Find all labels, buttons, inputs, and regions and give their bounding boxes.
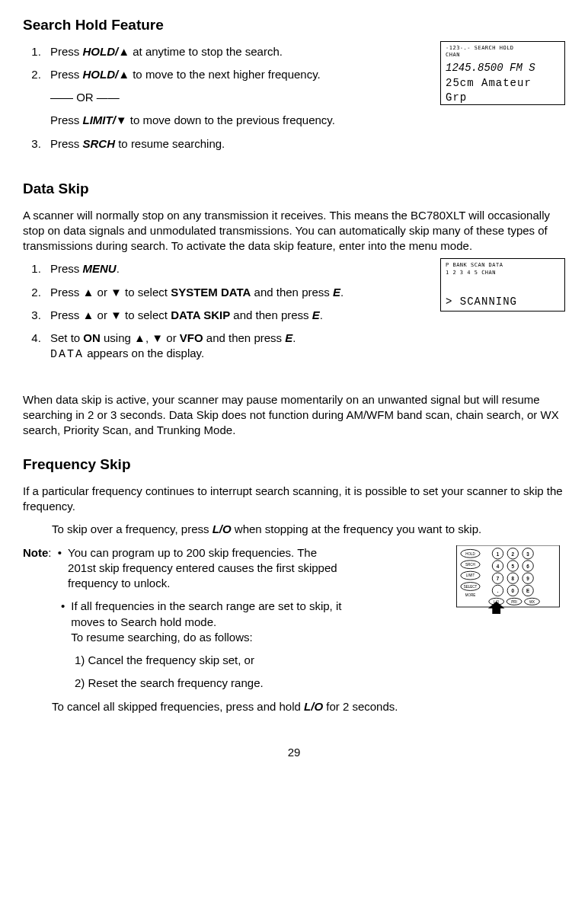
svg-text:E: E	[526, 588, 529, 593]
svg-text:.: .	[497, 588, 499, 593]
page-number: 29	[23, 745, 565, 760]
svg-text:PRI: PRI	[511, 599, 517, 603]
svg-text:LIMIT: LIMIT	[466, 574, 475, 577]
step: Set to ON using ▲, ▼ or VFO and then pre…	[44, 331, 565, 363]
svg-text:WX: WX	[529, 599, 535, 603]
svg-text:SELECT: SELECT	[464, 584, 478, 588]
svg-text:1: 1	[497, 551, 500, 556]
note-bullet-2: • If all frequencies in the search range…	[61, 599, 443, 645]
lcd-figure-2: P BANK SCAN DATA 1 2 3 4 5 CHAN > SCANNI…	[440, 258, 565, 312]
svg-text:3: 3	[526, 551, 529, 556]
data-skip-intro: A scanner will normally stop on any tran…	[23, 208, 565, 254]
svg-text:SRCH: SRCH	[465, 563, 475, 567]
lcd-figure-1: -123-.- SEARCH HOLD CHAN 1245.8500 FM S …	[440, 41, 565, 105]
freq-skip-intro: If a particular frequency continues to i…	[23, 484, 565, 515]
cancel-instruction: To cancel all skipped frequencies, press…	[52, 699, 565, 714]
svg-text:2: 2	[512, 551, 515, 556]
svg-text:9: 9	[526, 576, 529, 581]
svg-text:7: 7	[497, 576, 500, 581]
svg-text:5: 5	[512, 563, 515, 568]
freq-skip-instruction: To skip over a frequency, press L/O when…	[52, 522, 494, 537]
svg-text:HOLD: HOLD	[465, 551, 475, 555]
note-bullet-1: You can program up to 200 skip frequenci…	[68, 545, 342, 592]
note-row: Note: • You can program up to 200 skip f…	[23, 545, 443, 592]
svg-text:0: 0	[512, 588, 515, 593]
heading-frequency-skip: Frequency Skip	[23, 455, 565, 474]
sub-step-1: 1) Cancel the frequency skip set, or	[75, 653, 565, 668]
svg-text:MORE: MORE	[465, 593, 476, 596]
step: Press SRCH to resume searching.	[44, 136, 565, 152]
heading-data-skip: Data Skip	[23, 179, 565, 199]
svg-text:6: 6	[526, 563, 529, 568]
data-skip-note: When data skip is active, your scanner m…	[23, 392, 565, 439]
keypad-figure: HOLD SRCH LIMIT SELECT MORE 1 2 3 4 5 6 …	[451, 545, 565, 614]
sub-step-2: 2) Reset the search frequency range.	[75, 676, 565, 691]
svg-text:4: 4	[497, 563, 500, 568]
heading-search-hold: Search Hold Feature	[23, 15, 565, 35]
svg-text:8: 8	[512, 576, 515, 581]
